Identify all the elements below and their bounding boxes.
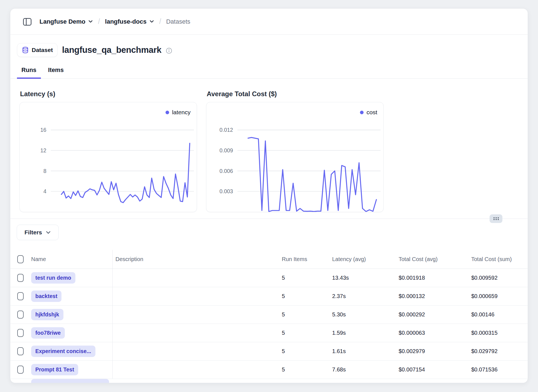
breadcrumb-separator: / bbox=[159, 17, 161, 26]
charts-section: Latency (s) 161284 latency Average Total… bbox=[10, 79, 528, 219]
row-total-cost-avg: $0.000292 bbox=[399, 311, 471, 318]
row-total-cost-avg: $0.000063 bbox=[399, 330, 471, 336]
breadcrumb-separator: / bbox=[98, 17, 100, 26]
svg-text:0.003: 0.003 bbox=[219, 188, 233, 194]
legend-label: latency bbox=[172, 109, 191, 116]
latency-legend: latency bbox=[166, 109, 191, 116]
latency-chart-title: Latency (s) bbox=[20, 90, 197, 98]
row-latency-avg: 13.43s bbox=[332, 275, 399, 281]
cost-chart: 0.0120.0090.0060.003 cost bbox=[206, 102, 384, 212]
row-description bbox=[112, 324, 282, 342]
tab-items[interactable]: Items bbox=[44, 62, 68, 78]
section-divider bbox=[10, 219, 528, 219]
info-icon bbox=[166, 48, 172, 54]
row-run-items: 5 bbox=[282, 311, 332, 318]
dataset-badge-label: Dataset bbox=[32, 47, 53, 53]
select-all-checkbox[interactable] bbox=[17, 255, 24, 263]
column-header-latency-avg: Latency (avg) bbox=[332, 256, 399, 262]
row-total-cost-avg: $0.007154 bbox=[399, 366, 471, 373]
row-run-items: 5 bbox=[282, 330, 332, 336]
row-latency-avg: 2.37s bbox=[332, 293, 399, 299]
run-name-badge[interactable]: foo78riwe bbox=[31, 327, 65, 339]
run-name-badge[interactable]: backtest bbox=[31, 291, 61, 302]
row-checkbox[interactable] bbox=[17, 292, 24, 300]
row-checkbox-cell bbox=[10, 347, 31, 355]
table-row[interactable]: Experiment concise...51.61s$0.002979$0.0… bbox=[10, 342, 528, 361]
latency-chart-group: Latency (s) 161284 latency bbox=[19, 90, 197, 212]
legend-label: cost bbox=[366, 109, 377, 116]
row-name-cell: backtest bbox=[31, 291, 112, 302]
breadcrumb: Langfuse Demo / langfuse-docs / Datasets bbox=[40, 17, 190, 26]
run-name-badge[interactable]: hjkfdshjk bbox=[31, 309, 63, 320]
page-title: langfuse_qa_benchmark bbox=[62, 45, 161, 55]
row-checkbox-cell bbox=[10, 292, 31, 300]
latency-chart: 161284 latency bbox=[19, 102, 197, 212]
table-header: Name Description Run Items Latency (avg)… bbox=[10, 250, 528, 269]
dataset-type-badge: Dataset bbox=[17, 43, 58, 57]
row-checkbox[interactable] bbox=[17, 347, 24, 355]
row-name-cell: Prompt 81 Test bbox=[31, 364, 112, 375]
row-checkbox[interactable] bbox=[17, 311, 24, 319]
row-total-cost-avg: $0.001918 bbox=[399, 275, 471, 281]
cost-chart-title: Average Total Cost ($) bbox=[207, 90, 384, 98]
row-latency-avg: 5.30s bbox=[332, 311, 399, 318]
row-run-items: 5 bbox=[282, 366, 332, 373]
cost-chart-group: Average Total Cost ($) 0.0120.0090.0060.… bbox=[206, 90, 384, 212]
table-options-handle[interactable] bbox=[490, 214, 502, 223]
filters-button[interactable]: Filters bbox=[17, 225, 59, 240]
row-run-items: 5 bbox=[282, 293, 332, 299]
grip-dots-icon bbox=[492, 216, 500, 221]
run-name-badge[interactable]: test run demo bbox=[31, 272, 75, 284]
breadcrumb-project-dropdown[interactable]: langfuse-docs bbox=[105, 18, 154, 25]
breadcrumb-datasets: Datasets bbox=[166, 18, 190, 25]
svg-text:0.006: 0.006 bbox=[219, 168, 233, 174]
table-row[interactable]: backtest52.37s$0.000132$0.000659 bbox=[10, 287, 528, 306]
run-name-badge[interactable]: Experiment concise... bbox=[31, 346, 95, 357]
cost-legend: cost bbox=[360, 109, 377, 116]
row-checkbox-cell bbox=[10, 366, 31, 374]
table-row[interactable]: foo78riwe51.59s$0.000063$0.000315 bbox=[10, 324, 528, 342]
row-total-cost-avg: $0.000132 bbox=[399, 293, 471, 299]
org-name: Langfuse Demo bbox=[40, 18, 85, 25]
main-panel: Langfuse Demo / langfuse-docs / Datasets bbox=[10, 8, 528, 383]
row-description bbox=[112, 361, 282, 379]
row-description bbox=[112, 342, 282, 360]
row-name-cell: hjkfdshjk bbox=[31, 309, 112, 320]
info-button[interactable] bbox=[166, 48, 172, 54]
svg-text:8: 8 bbox=[43, 168, 46, 174]
row-total-cost-sum: $0.000315 bbox=[471, 330, 528, 336]
table-row[interactable]: Prompt 81 Test57.68s$0.007154$0.071536 bbox=[10, 361, 528, 379]
row-total-cost-sum: $0.00146 bbox=[471, 311, 528, 318]
top-navigation: Langfuse Demo / langfuse-docs / Datasets bbox=[10, 9, 528, 35]
run-name-badge bbox=[31, 379, 109, 383]
row-total-cost-sum: $0.009592 bbox=[471, 275, 528, 281]
project-name: langfuse-docs bbox=[105, 18, 147, 25]
table-row[interactable]: test run demo513.43s$0.001918$0.009592 bbox=[10, 269, 528, 287]
table-row[interactable]: hjkfdshjk55.30s$0.000292$0.00146 bbox=[10, 306, 528, 324]
latency-plot: 161284 bbox=[20, 102, 197, 212]
row-checkbox-cell bbox=[10, 274, 31, 282]
row-description bbox=[112, 287, 282, 305]
row-checkbox[interactable] bbox=[17, 329, 24, 337]
chevron-down-icon bbox=[149, 19, 154, 24]
row-run-items: 5 bbox=[282, 348, 332, 354]
column-header-description: Description bbox=[112, 250, 282, 269]
sidebar-toggle-button[interactable] bbox=[21, 16, 33, 28]
row-checkbox[interactable] bbox=[17, 274, 24, 282]
row-description bbox=[112, 269, 282, 287]
row-checkbox-cell bbox=[10, 329, 31, 337]
row-total-cost-sum: $0.071536 bbox=[471, 366, 528, 373]
table-row-partial bbox=[10, 379, 528, 383]
row-checkbox[interactable] bbox=[17, 366, 24, 374]
row-name-cell: foo78riwe bbox=[31, 327, 112, 339]
run-name-badge[interactable]: Prompt 81 Test bbox=[31, 364, 78, 375]
table-body: test run demo513.43s$0.001918$0.009592ba… bbox=[10, 269, 528, 379]
breadcrumb-org-dropdown[interactable]: Langfuse Demo bbox=[40, 18, 93, 25]
row-latency-avg: 7.68s bbox=[332, 366, 399, 373]
column-header-run-items: Run Items bbox=[282, 256, 332, 262]
runs-table: Name Description Run Items Latency (avg)… bbox=[10, 250, 528, 383]
svg-text:16: 16 bbox=[40, 127, 46, 133]
legend-dot-icon bbox=[360, 111, 364, 114]
chevron-down-icon bbox=[46, 230, 51, 235]
tab-runs[interactable]: Runs bbox=[17, 62, 41, 78]
